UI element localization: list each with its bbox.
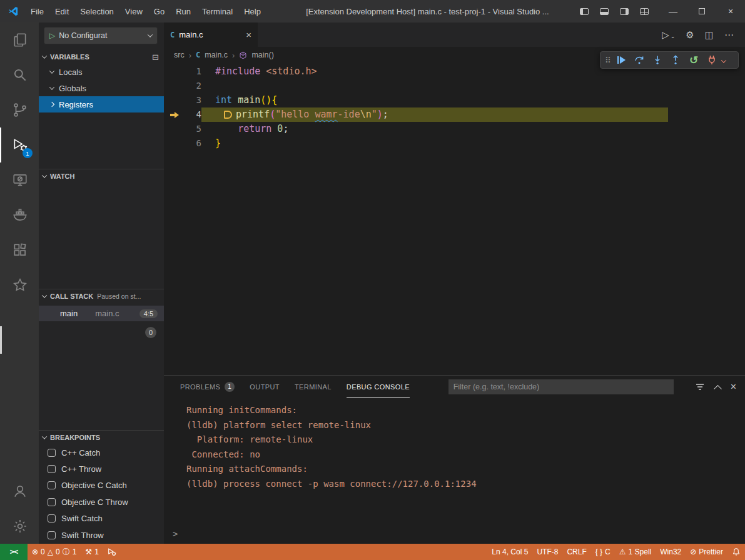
menu-selection[interactable]: Selection [74, 0, 119, 22]
close-button[interactable]: × [716, 0, 745, 22]
split-editor-icon[interactable]: ◫ [705, 29, 714, 41]
toggle-panel-icon[interactable] [600, 8, 609, 15]
breakpoint-checkbox[interactable] [48, 481, 56, 489]
more-actions-icon[interactable]: ⋯ [724, 29, 734, 41]
code-line-content[interactable]: printf("hello wamr-ide\n"); [201, 108, 668, 122]
variables-item-registers[interactable]: Registers [39, 96, 164, 112]
problems-status[interactable]: ⊗0 △0 ⓘ1 [28, 544, 81, 560]
start-debug-icon[interactable]: ▷ [49, 31, 55, 40]
line-number[interactable]: 3 [185, 93, 201, 108]
chevron-down-icon[interactable] [722, 54, 729, 66]
breadcrumb-file[interactable]: main.c [205, 51, 228, 59]
cursor-position[interactable]: Ln 4, Col 5 [487, 544, 532, 560]
panel-tab-output[interactable]: OUTPUT [250, 376, 280, 398]
run-file-button[interactable]: ▷⌄ [662, 29, 675, 41]
code-line-content[interactable] [201, 79, 215, 93]
docker-icon[interactable] [0, 198, 39, 232]
tab-close-icon[interactable]: × [246, 29, 251, 40]
breakpoint-item[interactable]: Objective C Throw [39, 494, 164, 510]
line-number[interactable]: 6 [185, 136, 201, 151]
eol-sequence[interactable]: CRLF [562, 544, 590, 560]
code-line-content[interactable]: return 0; [201, 122, 288, 136]
breakpoint-checkbox[interactable] [48, 514, 56, 522]
code-editor[interactable]: 1#include <stdio.h>23int main(){4printf(… [164, 63, 745, 375]
panel-tab-problems[interactable]: PROBLEMS1 [180, 376, 235, 398]
menu-run[interactable]: Run [170, 0, 196, 22]
debug-status-icon[interactable] [103, 544, 121, 560]
variables-header[interactable]: VARIABLES ⊟ [39, 50, 164, 64]
spell-checker-status[interactable]: ⚠ 1 Spell [615, 544, 656, 560]
breadcrumb-folder[interactable]: src [174, 51, 185, 59]
breakpoint-checkbox[interactable] [48, 465, 56, 473]
call-stack-header[interactable]: CALL STACK Paused on st... [39, 289, 164, 303]
debug-config-dropdown[interactable]: ▷ No Configurat [44, 27, 158, 44]
line-number[interactable]: 2 [185, 79, 201, 93]
extensions-icon[interactable] [0, 232, 39, 268]
variables-item-globals[interactable]: Globals [39, 80, 164, 96]
tab-main-c[interactable]: C main.c × [164, 22, 258, 47]
remote-indicator[interactable]: >< [0, 544, 28, 560]
variables-item-locals[interactable]: Locals [39, 64, 164, 80]
step-over-button[interactable] [631, 52, 648, 68]
source-control-icon[interactable] [0, 92, 39, 128]
code-line-content[interactable]: } [201, 136, 221, 151]
settings-gear-icon[interactable] [0, 509, 39, 544]
code-line-content[interactable]: #include <stdio.h> [201, 64, 317, 79]
line-number[interactable]: 5 [185, 122, 201, 136]
notifications-bell-icon[interactable] [727, 544, 745, 560]
drag-grip-icon[interactable]: ⠿ [603, 56, 612, 65]
line-number[interactable]: 4 [185, 108, 201, 122]
step-out-button[interactable] [667, 52, 684, 68]
line-number[interactable]: 1 [185, 64, 201, 79]
menu-terminal[interactable]: Terminal [196, 0, 238, 22]
panel-tab-terminal[interactable]: TERMINAL [295, 376, 332, 398]
menu-edit[interactable]: Edit [49, 0, 74, 22]
breakpoint-item[interactable]: Swift Catch [39, 511, 164, 527]
menu-help[interactable]: Help [238, 0, 266, 22]
breakpoint-checkbox[interactable] [48, 498, 56, 506]
breakpoint-item[interactable]: Objective C Catch [39, 478, 164, 494]
language-mode[interactable]: { } C [591, 544, 615, 560]
explorer-icon[interactable] [0, 22, 39, 58]
breakpoint-item[interactable]: Swift Throw [39, 527, 164, 543]
minimize-button[interactable]: — [659, 0, 687, 22]
breakpoint-checkbox[interactable] [48, 449, 56, 457]
breakpoint-item[interactable]: C++ Catch [39, 444, 164, 461]
breadcrumb-symbol[interactable]: main() [251, 51, 273, 59]
breakpoints-header[interactable]: BREAKPOINTS [39, 431, 164, 444]
debug-current-line-arrow-icon[interactable] [164, 111, 185, 119]
menu-file[interactable]: File [25, 0, 49, 22]
code-line-content[interactable]: int main(){ [201, 93, 277, 108]
remote-explorer-icon[interactable] [0, 162, 39, 198]
maximize-panel-icon[interactable] [714, 384, 722, 392]
debug-console-input[interactable]: > [164, 526, 745, 541]
star-extension-icon[interactable] [0, 268, 39, 302]
breakpoint-item[interactable]: C++ Throw [39, 461, 164, 477]
panel-tab-debug-console[interactable]: DEBUG CONSOLE [347, 376, 410, 398]
search-icon[interactable] [0, 58, 39, 92]
maximize-button[interactable] [687, 0, 716, 22]
toggle-sidebar-icon[interactable] [580, 8, 589, 15]
menu-view[interactable]: View [119, 0, 148, 22]
restart-button[interactable]: ↺ [686, 52, 702, 68]
formatter-status[interactable]: ⊘ Prettier [686, 544, 727, 560]
disconnect-button[interactable] [704, 52, 721, 68]
breakpoint-checkbox[interactable] [48, 531, 56, 539]
tools-status[interactable]: ⚒1 [81, 544, 103, 560]
menu-go[interactable]: Go [148, 0, 170, 22]
customize-layout-icon[interactable] [640, 8, 649, 15]
accounts-icon[interactable] [0, 474, 39, 509]
toggle-secondary-sidebar-icon[interactable] [620, 8, 629, 15]
encoding[interactable]: UTF-8 [532, 544, 562, 560]
continue-button[interactable] [613, 52, 630, 68]
gear-icon[interactable]: ⚙ [686, 29, 694, 41]
console-filter-input[interactable] [449, 379, 674, 394]
close-panel-icon[interactable]: × [731, 381, 736, 392]
output-filter-icon[interactable] [695, 382, 705, 392]
run-and-debug-icon[interactable]: 1 [0, 128, 39, 162]
stack-frame-row[interactable]: main main.c 4:5 [39, 306, 164, 321]
collapse-all-icon[interactable]: ⊟ [152, 52, 159, 62]
platform-status[interactable]: Win32 [656, 544, 686, 560]
inline-breakpoint-icon[interactable] [224, 111, 232, 119]
watch-header[interactable]: WATCH [39, 169, 164, 183]
